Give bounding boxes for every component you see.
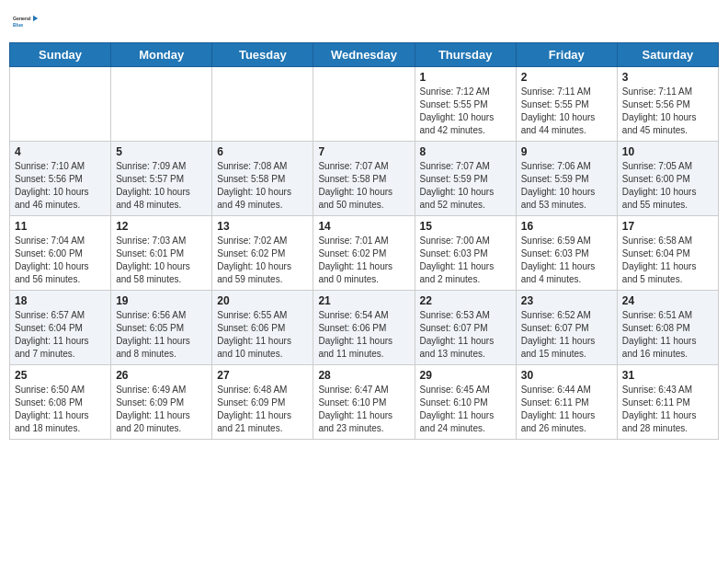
- logo-icon: GeneralBlue: [13, 9, 39, 35]
- day-number: 1: [420, 71, 511, 84]
- day-cell-3: 3Sunrise: 7:11 AM Sunset: 5:56 PM Daylig…: [617, 67, 718, 142]
- day-info: Sunrise: 6:50 AM Sunset: 6:08 PM Dayligh…: [15, 384, 106, 435]
- day-cell-5: 5Sunrise: 7:09 AM Sunset: 5:57 PM Daylig…: [111, 142, 212, 216]
- weekday-header-friday: Friday: [516, 43, 617, 67]
- day-cell-12: 12Sunrise: 7:03 AM Sunset: 6:01 PM Dayli…: [111, 216, 212, 291]
- day-cell-1: 1Sunrise: 7:12 AM Sunset: 5:55 PM Daylig…: [415, 67, 516, 142]
- day-info: Sunrise: 7:10 AM Sunset: 5:56 PM Dayligh…: [15, 160, 106, 212]
- weekday-header-thursday: Thursday: [415, 43, 516, 67]
- week-row-2: 4Sunrise: 7:10 AM Sunset: 5:56 PM Daylig…: [10, 142, 719, 216]
- day-cell-2: 2Sunrise: 7:11 AM Sunset: 5:55 PM Daylig…: [516, 67, 617, 142]
- day-number: 25: [15, 369, 106, 382]
- day-info: Sunrise: 6:58 AM Sunset: 6:04 PM Dayligh…: [622, 235, 713, 286]
- day-number: 27: [217, 369, 308, 382]
- day-info: Sunrise: 6:48 AM Sunset: 6:09 PM Dayligh…: [217, 384, 308, 435]
- day-number: 2: [521, 71, 612, 84]
- day-info: Sunrise: 7:07 AM Sunset: 5:59 PM Dayligh…: [420, 160, 511, 212]
- day-number: 21: [318, 294, 409, 307]
- day-info: Sunrise: 6:55 AM Sunset: 6:06 PM Dayligh…: [217, 309, 308, 361]
- day-number: 6: [217, 145, 308, 158]
- day-info: Sunrise: 6:51 AM Sunset: 6:08 PM Dayligh…: [622, 309, 713, 361]
- day-cell-11: 11Sunrise: 7:04 AM Sunset: 6:00 PM Dayli…: [10, 216, 111, 291]
- weekday-header-monday: Monday: [111, 43, 212, 67]
- day-info: Sunrise: 6:49 AM Sunset: 6:09 PM Dayligh…: [116, 384, 207, 435]
- day-info: Sunrise: 6:43 AM Sunset: 6:11 PM Dayligh…: [622, 384, 713, 435]
- day-info: Sunrise: 6:45 AM Sunset: 6:10 PM Dayligh…: [420, 384, 511, 435]
- day-info: Sunrise: 7:04 AM Sunset: 6:00 PM Dayligh…: [15, 235, 106, 286]
- day-info: Sunrise: 6:52 AM Sunset: 6:07 PM Dayligh…: [521, 309, 612, 361]
- day-number: 7: [318, 145, 409, 158]
- svg-text:Blue: Blue: [13, 22, 23, 28]
- day-cell-4: 4Sunrise: 7:10 AM Sunset: 5:56 PM Daylig…: [10, 142, 111, 216]
- day-cell-15: 15Sunrise: 7:00 AM Sunset: 6:03 PM Dayli…: [415, 216, 516, 291]
- day-info: Sunrise: 7:07 AM Sunset: 5:58 PM Dayligh…: [318, 160, 409, 212]
- day-number: 9: [521, 145, 612, 158]
- day-cell-21: 21Sunrise: 6:54 AM Sunset: 6:06 PM Dayli…: [313, 291, 415, 365]
- day-info: Sunrise: 7:06 AM Sunset: 5:59 PM Dayligh…: [521, 160, 612, 212]
- day-cell-23: 23Sunrise: 6:52 AM Sunset: 6:07 PM Dayli…: [516, 291, 617, 365]
- day-info: Sunrise: 7:00 AM Sunset: 6:03 PM Dayligh…: [420, 235, 511, 286]
- day-number: 30: [521, 369, 612, 382]
- day-number: 13: [217, 220, 308, 233]
- logo: GeneralBlue: [13, 9, 39, 35]
- day-number: 15: [420, 220, 511, 233]
- day-info: Sunrise: 6:44 AM Sunset: 6:11 PM Dayligh…: [521, 384, 612, 435]
- day-info: Sunrise: 6:57 AM Sunset: 6:04 PM Dayligh…: [15, 309, 106, 361]
- day-number: 8: [420, 145, 511, 158]
- weekday-header-wednesday: Wednesday: [313, 43, 415, 67]
- day-number: 5: [116, 145, 207, 158]
- day-cell-9: 9Sunrise: 7:06 AM Sunset: 5:59 PM Daylig…: [516, 142, 617, 216]
- header: GeneralBlue: [9, 9, 719, 35]
- day-cell-16: 16Sunrise: 6:59 AM Sunset: 6:03 PM Dayli…: [516, 216, 617, 291]
- week-row-1: 1Sunrise: 7:12 AM Sunset: 5:55 PM Daylig…: [10, 67, 719, 142]
- day-number: 23: [521, 294, 612, 307]
- calendar-table: SundayMondayTuesdayWednesdayThursdayFrid…: [9, 42, 719, 440]
- day-cell-empty: [10, 67, 111, 142]
- day-cell-empty: [313, 67, 415, 142]
- day-cell-10: 10Sunrise: 7:05 AM Sunset: 6:00 PM Dayli…: [617, 142, 718, 216]
- day-number: 17: [622, 220, 713, 233]
- day-number: 3: [622, 71, 713, 84]
- day-cell-19: 19Sunrise: 6:56 AM Sunset: 6:05 PM Dayli…: [111, 291, 212, 365]
- day-number: 14: [318, 220, 409, 233]
- weekday-header-saturday: Saturday: [617, 43, 718, 67]
- day-number: 26: [116, 369, 207, 382]
- day-number: 12: [116, 220, 207, 233]
- day-cell-8: 8Sunrise: 7:07 AM Sunset: 5:59 PM Daylig…: [415, 142, 516, 216]
- day-info: Sunrise: 6:56 AM Sunset: 6:05 PM Dayligh…: [116, 309, 207, 361]
- week-row-5: 25Sunrise: 6:50 AM Sunset: 6:08 PM Dayli…: [10, 365, 719, 440]
- day-cell-29: 29Sunrise: 6:45 AM Sunset: 6:10 PM Dayli…: [415, 365, 516, 440]
- day-info: Sunrise: 6:59 AM Sunset: 6:03 PM Dayligh…: [521, 235, 612, 286]
- day-cell-30: 30Sunrise: 6:44 AM Sunset: 6:11 PM Dayli…: [516, 365, 617, 440]
- day-info: Sunrise: 6:54 AM Sunset: 6:06 PM Dayligh…: [318, 309, 409, 361]
- day-cell-empty: [212, 67, 313, 142]
- svg-text:General: General: [13, 16, 31, 21]
- day-cell-20: 20Sunrise: 6:55 AM Sunset: 6:06 PM Dayli…: [212, 291, 313, 365]
- weekday-header-row: SundayMondayTuesdayWednesdayThursdayFrid…: [10, 43, 719, 67]
- day-number: 11: [15, 220, 106, 233]
- day-info: Sunrise: 7:05 AM Sunset: 6:00 PM Dayligh…: [622, 160, 713, 212]
- day-number: 28: [318, 369, 409, 382]
- day-number: 31: [622, 369, 713, 382]
- weekday-header-tuesday: Tuesday: [212, 43, 313, 67]
- day-cell-empty: [111, 67, 212, 142]
- day-cell-7: 7Sunrise: 7:07 AM Sunset: 5:58 PM Daylig…: [313, 142, 415, 216]
- day-info: Sunrise: 7:03 AM Sunset: 6:01 PM Dayligh…: [116, 235, 207, 286]
- day-cell-28: 28Sunrise: 6:47 AM Sunset: 6:10 PM Dayli…: [313, 365, 415, 440]
- day-cell-22: 22Sunrise: 6:53 AM Sunset: 6:07 PM Dayli…: [415, 291, 516, 365]
- svg-marker-1: [33, 16, 38, 21]
- day-number: 19: [116, 294, 207, 307]
- day-cell-27: 27Sunrise: 6:48 AM Sunset: 6:09 PM Dayli…: [212, 365, 313, 440]
- day-cell-24: 24Sunrise: 6:51 AM Sunset: 6:08 PM Dayli…: [617, 291, 718, 365]
- day-cell-18: 18Sunrise: 6:57 AM Sunset: 6:04 PM Dayli…: [10, 291, 111, 365]
- day-cell-17: 17Sunrise: 6:58 AM Sunset: 6:04 PM Dayli…: [617, 216, 718, 291]
- day-info: Sunrise: 7:12 AM Sunset: 5:55 PM Dayligh…: [420, 86, 511, 137]
- day-cell-14: 14Sunrise: 7:01 AM Sunset: 6:02 PM Dayli…: [313, 216, 415, 291]
- day-info: Sunrise: 6:53 AM Sunset: 6:07 PM Dayligh…: [420, 309, 511, 361]
- day-number: 18: [15, 294, 106, 307]
- day-cell-6: 6Sunrise: 7:08 AM Sunset: 5:58 PM Daylig…: [212, 142, 313, 216]
- weekday-header-sunday: Sunday: [10, 43, 111, 67]
- day-info: Sunrise: 7:08 AM Sunset: 5:58 PM Dayligh…: [217, 160, 308, 212]
- day-info: Sunrise: 6:47 AM Sunset: 6:10 PM Dayligh…: [318, 384, 409, 435]
- day-info: Sunrise: 7:11 AM Sunset: 5:56 PM Dayligh…: [622, 86, 713, 137]
